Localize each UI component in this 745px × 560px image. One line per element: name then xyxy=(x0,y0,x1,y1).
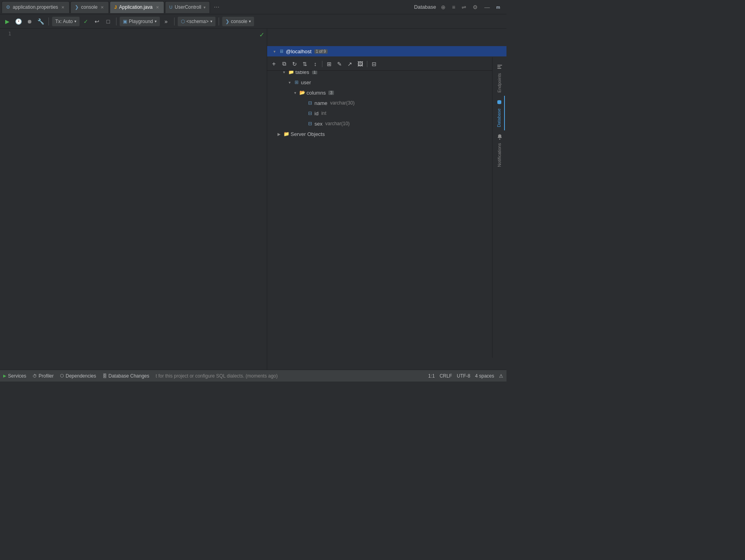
col-id-icon: ⊟ xyxy=(307,110,313,116)
side-tabs: Endpoints Database Notifications xyxy=(492,57,506,358)
tab-application-properties[interactable]: ⚙ application.properties ✕ xyxy=(2,1,70,13)
wrench-button[interactable]: 🔧 xyxy=(36,17,45,26)
tab-close-props[interactable]: ✕ xyxy=(60,5,65,10)
playground-dropdown[interactable]: ▣ Playground ▾ xyxy=(120,17,160,26)
syntax-ok-icon: ✓ xyxy=(259,31,264,39)
columns-arrow-icon[interactable]: ▾ xyxy=(292,90,298,95)
db-filter2-btn[interactable]: ⇅ xyxy=(301,60,309,68)
layout-icon[interactable]: ≡ xyxy=(450,3,457,11)
tree-server-objects[interactable]: ▶ 📁 Server Objects xyxy=(267,129,506,139)
more-tabs-icon[interactable]: ⋯ xyxy=(212,3,221,11)
playground-arrow-icon: ▾ xyxy=(155,19,157,23)
settings-icon[interactable]: ⚙ xyxy=(471,3,479,11)
tree-col-id[interactable]: ▾ ⊟ id int xyxy=(267,108,506,118)
db-server-icon: 🖥 xyxy=(278,48,285,54)
stop-button[interactable]: ⏺ xyxy=(25,17,34,26)
localhost-arrow-icon[interactable]: ▾ xyxy=(272,48,277,54)
console-dropdown[interactable]: ❯ console ▾ xyxy=(222,17,254,26)
side-tab-endpoints-label: Endpoints xyxy=(497,72,502,94)
status-message: t for this project or configure SQL dial… xyxy=(156,373,422,379)
tree-col-sex[interactable]: ▾ ⊟ sex varchar(10) xyxy=(267,118,506,129)
db-arrow-btn[interactable]: ↗ xyxy=(345,60,354,68)
columns-folder-icon: 📂 xyxy=(299,89,305,96)
encoding[interactable]: UTF-8 xyxy=(457,373,470,379)
check-button[interactable]: ✓ xyxy=(81,17,91,26)
svg-rect-0 xyxy=(497,65,502,66)
tree-localhost[interactable]: ▾ 🖥 @localhost 1 of 9 xyxy=(267,46,506,56)
run-button[interactable]: ▶ xyxy=(2,17,12,26)
schema-dropdown[interactable]: ⬡ <schema> ▾ xyxy=(178,17,215,26)
tab-close-console[interactable]: ✕ xyxy=(100,5,105,10)
warning-icon[interactable]: ⚠ xyxy=(499,373,503,379)
side-tab-notifications-label: Notifications xyxy=(497,141,502,169)
minimize-icon[interactable]: — xyxy=(483,3,491,11)
props-icon: ⚙ xyxy=(6,4,10,10)
db-changes-label: Database Changes xyxy=(109,373,149,379)
status-profiler[interactable]: ⏱ Profiler xyxy=(33,373,54,379)
undo-button[interactable]: ↩ xyxy=(92,17,102,26)
cursor-position[interactable]: 1:1 xyxy=(428,373,435,379)
playground-icon: ▣ xyxy=(123,19,127,24)
tab-close-java[interactable]: ✕ xyxy=(155,5,160,10)
db-changes-icon: 🗄 xyxy=(103,374,107,378)
server-objects-arrow-icon[interactable]: ▶ xyxy=(276,131,282,137)
server-objects-icon: 📁 xyxy=(283,131,289,137)
tab-dropdown-arrow[interactable]: ▾ xyxy=(204,5,206,10)
help-icon[interactable]: ⊕ xyxy=(439,3,447,11)
col-sex-icon: ⊟ xyxy=(307,120,313,127)
tab-overflow: ⋯ xyxy=(212,3,221,11)
db-title-label: Database xyxy=(414,4,436,10)
tab-console[interactable]: ❯ console ✕ xyxy=(70,1,109,13)
tab-application-java[interactable]: J Application.java ✕ xyxy=(110,1,164,13)
db-add-btn[interactable]: + xyxy=(270,60,278,68)
tab-label-console: console xyxy=(81,4,97,10)
localhost-label: @localhost xyxy=(286,48,312,54)
more-btn[interactable]: » xyxy=(161,17,171,26)
db-edit-btn[interactable]: ✎ xyxy=(335,60,344,68)
tx-dropdown[interactable]: Tx: Auto ▾ xyxy=(52,17,80,26)
side-tab-notifications[interactable]: Notifications xyxy=(495,130,504,170)
tab-usercontroll[interactable]: U UserControll ▾ xyxy=(165,1,210,13)
status-services[interactable]: ▶ Services xyxy=(3,373,26,379)
db-title-area: Database ⊕ ≡ ⇌ ⚙ — m xyxy=(414,3,505,11)
status-bar: ▶ Services ⏱ Profiler ⬡ Dependencies 🗄 D… xyxy=(0,370,506,382)
editor-content[interactable] xyxy=(14,29,267,370)
db-filter-btn[interactable]: ⊟ xyxy=(370,60,378,68)
db-table-btn[interactable]: ⊞ xyxy=(325,60,334,68)
db-sep2 xyxy=(367,61,367,67)
db-refresh-btn[interactable]: ↻ xyxy=(290,60,299,68)
split-icon[interactable]: ⇌ xyxy=(460,3,468,11)
side-tab-endpoints[interactable]: Endpoints xyxy=(495,60,504,96)
tab-label-user: UserControll xyxy=(175,4,202,10)
sep2 xyxy=(116,17,116,25)
tree-columns[interactable]: ▾ 📂 columns 3 xyxy=(267,87,506,98)
line-sep[interactable]: CRLF xyxy=(440,373,452,379)
db-sort-btn[interactable]: ↕ xyxy=(311,60,320,68)
side-tab-database[interactable]: Database xyxy=(495,96,505,130)
db-copy-btn[interactable]: ⧉ xyxy=(280,60,289,68)
console-icon: ❯ xyxy=(75,4,79,10)
user-table-arrow-icon[interactable]: ▾ xyxy=(287,79,292,85)
tree-col-name[interactable]: ▾ ⊟ name varchar(30) xyxy=(267,98,506,108)
svg-point-4 xyxy=(499,139,500,140)
main-toolbar: ▶ 🕐 ⏺ 🔧 Tx: Auto ▾ ✓ ↩ □ ▣ Playground ▾ … xyxy=(0,14,506,29)
db-toolbar: + ⧉ ↻ ⇅ ↕ ⊞ ✎ ↗ 🖼 ⊟ xyxy=(267,57,492,71)
square-button[interactable]: □ xyxy=(103,17,113,26)
maven-label[interactable]: m xyxy=(495,4,502,10)
indent-spaces[interactable]: 4 spaces xyxy=(475,373,494,379)
console-arrow-icon: ▾ xyxy=(249,19,251,23)
db-image-btn[interactable]: 🖼 xyxy=(356,60,365,68)
status-db-changes[interactable]: 🗄 Database Changes xyxy=(103,373,149,379)
columns-count: 3 xyxy=(328,91,334,95)
schema-arrow-icon: ▾ xyxy=(210,19,212,23)
services-run-icon: ▶ xyxy=(3,374,6,378)
col-id-label: id xyxy=(314,110,318,116)
clock-button[interactable]: 🕐 xyxy=(14,17,23,26)
tree-user-table[interactable]: ▾ ⊞ user xyxy=(267,77,506,87)
status-dependencies[interactable]: ⬡ Dependencies xyxy=(60,373,96,379)
db-sep1 xyxy=(322,61,322,67)
main-layout: 1 ✓ + ⧉ ↻ ⇅ ↕ ⊞ ✎ ↗ 🖼 ⊟ ▾ 🖥 xyxy=(0,29,506,370)
database-icon xyxy=(496,99,502,105)
endpoints-icon xyxy=(497,64,503,70)
line-num-1: 1 xyxy=(0,31,11,37)
